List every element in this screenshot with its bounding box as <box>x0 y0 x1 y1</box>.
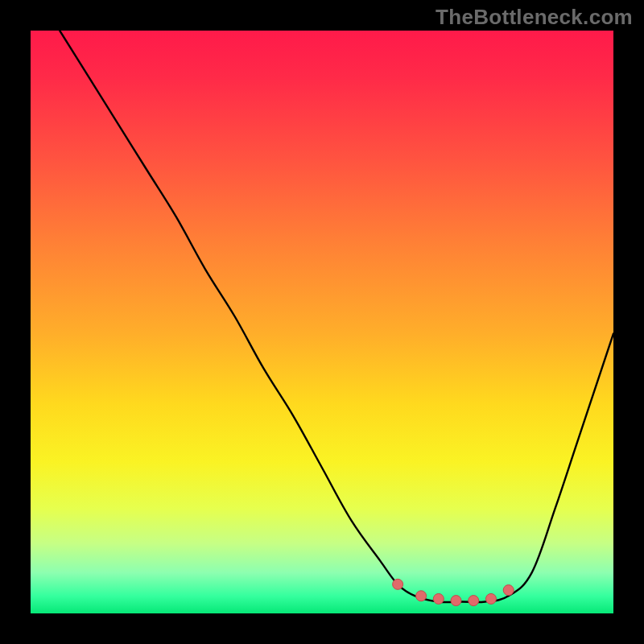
flat-region-dot <box>503 585 514 596</box>
plot-area <box>31 31 613 613</box>
chart-frame: TheBottleneck.com <box>0 0 644 644</box>
flat-region-dot <box>433 593 444 604</box>
flat-region-dot <box>393 579 403 589</box>
flat-region-dot <box>485 593 496 604</box>
bottleneck-curve <box>31 31 613 613</box>
watermark-text: TheBottleneck.com <box>436 5 633 30</box>
flat-region-dot <box>469 596 479 606</box>
flat-region-dot <box>451 596 461 606</box>
flat-region-dot <box>416 591 427 601</box>
